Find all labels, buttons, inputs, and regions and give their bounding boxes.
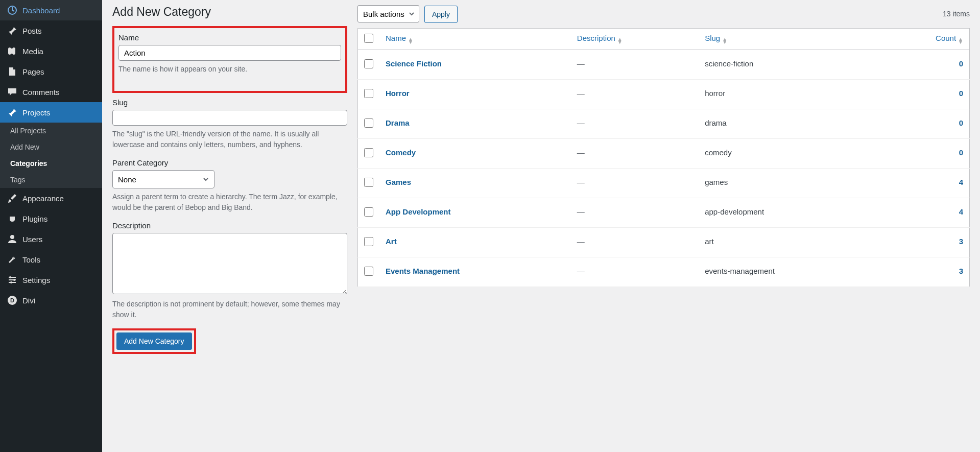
table-row: Drama—drama0 [358, 109, 970, 138]
admin-sidebar: Dashboard Posts Media Pages Comments Pro… [0, 0, 102, 452]
count-link[interactable]: 0 [959, 59, 963, 68]
menu-users[interactable]: Users [0, 229, 102, 249]
row-checkbox[interactable] [364, 59, 373, 68]
menu-label: Appearance [22, 194, 64, 203]
media-icon [7, 46, 17, 56]
highlight-submit-button: Add New Category [112, 328, 196, 354]
sliders-icon [7, 275, 17, 285]
category-link[interactable]: Comedy [386, 148, 416, 157]
row-checkbox[interactable] [364, 178, 373, 187]
sort-icon: ▲▼ [958, 38, 963, 44]
count-link[interactable]: 4 [959, 207, 963, 216]
row-slug: horror [699, 79, 880, 109]
menu-label: Comments [22, 88, 60, 97]
comment-icon [7, 87, 17, 97]
submenu-all-projects[interactable]: All Projects [0, 123, 102, 139]
select-all-checkbox[interactable] [364, 34, 373, 43]
category-link[interactable]: Drama [386, 118, 410, 127]
row-checkbox[interactable] [364, 118, 373, 128]
category-link[interactable]: Horror [386, 89, 410, 98]
slug-help: The "slug" is the URL-friendly version o… [112, 129, 347, 150]
table-row: Comedy—comedy0 [358, 138, 970, 168]
add-category-button[interactable]: Add New Category [116, 332, 192, 350]
count-link[interactable]: 3 [959, 267, 963, 275]
row-slug: games [699, 168, 880, 198]
main-content: Add New Category Name The name is how it… [102, 0, 980, 452]
page-title: Add New Category [112, 5, 347, 19]
menu-settings[interactable]: Settings [0, 270, 102, 290]
table-panel: Bulk actions Apply 13 items Name▲▼ Descr… [357, 5, 970, 447]
svg-point-4 [10, 281, 12, 283]
menu-tools[interactable]: Tools [0, 249, 102, 270]
count-link[interactable]: 0 [959, 89, 963, 98]
apply-button[interactable]: Apply [424, 6, 458, 23]
menu-projects[interactable]: Projects [0, 102, 102, 123]
menu-posts[interactable]: Posts [0, 20, 102, 41]
slug-input[interactable] [112, 110, 347, 126]
menu-dashboard[interactable]: Dashboard [0, 0, 102, 20]
row-slug: science-fiction [699, 50, 880, 79]
row-description: — [571, 50, 699, 79]
category-link[interactable]: App Development [386, 207, 451, 216]
description-input[interactable] [112, 233, 347, 294]
col-count[interactable]: Count▲▼ [881, 28, 970, 50]
category-link[interactable]: Games [386, 178, 411, 186]
submenu-tags[interactable]: Tags [0, 172, 102, 188]
row-description: — [571, 198, 699, 227]
sort-icon: ▲▼ [408, 38, 413, 44]
category-link[interactable]: Science Fiction [386, 59, 442, 68]
row-slug: drama [699, 109, 880, 138]
parent-label: Parent Category [112, 158, 347, 167]
description-label: Description [112, 221, 347, 230]
col-description[interactable]: Description▲▼ [571, 28, 699, 50]
col-slug[interactable]: Slug▲▼ [699, 28, 880, 50]
svg-point-2 [9, 276, 11, 278]
menu-plugins[interactable]: Plugins [0, 208, 102, 229]
category-link[interactable]: Events Management [386, 267, 460, 275]
table-row: Events Management—events-management3 [358, 257, 970, 287]
sort-icon: ▲▼ [617, 38, 623, 44]
count-link[interactable]: 4 [959, 178, 963, 186]
row-slug: app-development [699, 198, 880, 227]
plug-icon [7, 213, 17, 224]
menu-label: Users [22, 235, 42, 244]
dashboard-icon [7, 5, 17, 15]
menu-comments[interactable]: Comments [0, 82, 102, 102]
row-description: — [571, 138, 699, 168]
count-link[interactable]: 0 [959, 148, 963, 157]
menu-label: Dashboard [22, 6, 60, 15]
form-panel: Add New Category Name The name is how it… [112, 5, 347, 447]
name-input[interactable] [118, 45, 341, 61]
sort-icon: ▲▼ [722, 38, 727, 44]
wrench-icon [7, 254, 17, 265]
submenu-add-new[interactable]: Add New [0, 139, 102, 155]
category-link[interactable]: Art [386, 237, 397, 246]
bulk-actions-select[interactable]: Bulk actions [357, 5, 419, 22]
menu-pages[interactable]: Pages [0, 61, 102, 82]
svg-point-3 [13, 279, 15, 281]
menu-label: Media [22, 47, 43, 56]
row-checkbox[interactable] [364, 267, 373, 276]
row-checkbox[interactable] [364, 207, 373, 217]
count-link[interactable]: 3 [959, 237, 963, 246]
row-description: — [571, 227, 699, 257]
row-checkbox[interactable] [364, 237, 373, 246]
menu-divi[interactable]: DDivi [0, 290, 102, 311]
row-description: — [571, 257, 699, 287]
svg-text:D: D [10, 297, 14, 303]
menu-label: Divi [22, 296, 35, 305]
count-link[interactable]: 0 [959, 118, 963, 127]
submenu-categories[interactable]: Categories [0, 155, 102, 172]
name-help: The name is how it appears on your site. [118, 64, 341, 75]
menu-label: Plugins [22, 215, 47, 223]
parent-select[interactable]: None [112, 170, 214, 188]
row-description: — [571, 109, 699, 138]
menu-label: Posts [22, 27, 42, 35]
name-label: Name [118, 33, 341, 42]
description-help: The description is not prominent by defa… [112, 299, 347, 320]
col-name[interactable]: Name▲▼ [379, 28, 571, 50]
row-checkbox[interactable] [364, 148, 373, 157]
menu-appearance[interactable]: Appearance [0, 188, 102, 208]
menu-media[interactable]: Media [0, 41, 102, 61]
row-checkbox[interactable] [364, 89, 373, 98]
